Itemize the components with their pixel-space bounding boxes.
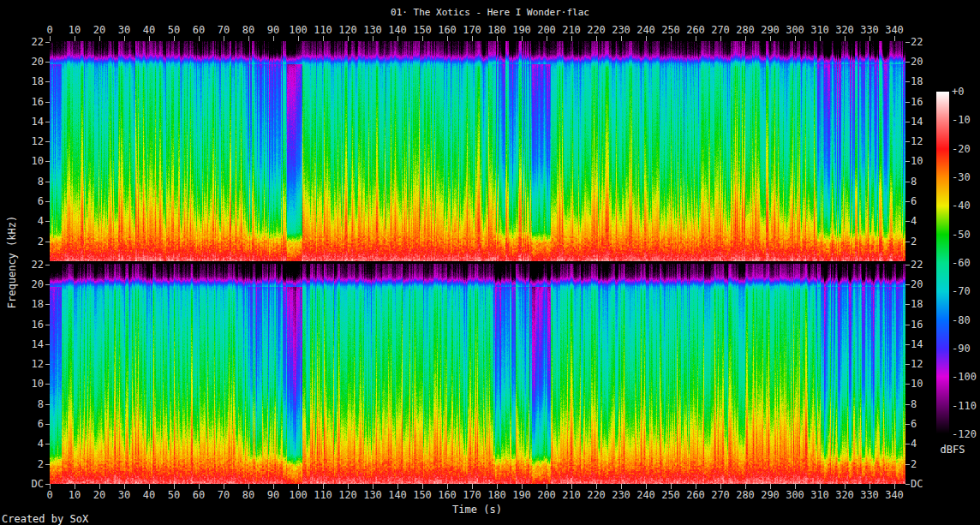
freq-tickmark-left — [45, 284, 50, 285]
time-tickmark-bottom — [894, 484, 895, 489]
freq-tick-label-right: 22 — [911, 37, 923, 47]
time-tick-label-bottom: 60 — [193, 490, 205, 500]
freq-tick-label-left: 2 — [18, 236, 44, 247]
time-tickmark-bottom — [646, 484, 647, 489]
colorbar-title: dBFS — [941, 444, 965, 456]
time-tickmark-bottom — [845, 484, 846, 489]
time-tickmark-bottom — [373, 484, 373, 489]
time-tick-label-bottom: 40 — [143, 490, 155, 500]
freq-tickmark-right — [905, 201, 910, 202]
time-tick-label-bottom: 180 — [487, 490, 506, 500]
freq-tick-label-left: 12 — [18, 359, 44, 369]
sox-spectrogram-window: 01· The Xotics - Here I Wonder·flac 0010… — [0, 0, 980, 525]
time-tick-label-bottom: 150 — [413, 490, 432, 500]
time-tick-label-top: 80 — [242, 25, 254, 35]
time-tickmark-top — [397, 36, 398, 41]
time-tickmark-top — [199, 36, 200, 41]
freq-tick-label-right: 6 — [911, 419, 917, 429]
time-tick-label-bottom: 250 — [661, 490, 680, 500]
freq-tick-label-left: 14 — [18, 339, 44, 349]
freq-tickmark-left — [45, 81, 50, 82]
time-tickmark-top — [869, 36, 870, 41]
time-tick-label-top: 200 — [537, 25, 556, 35]
time-tickmark-top — [50, 36, 51, 41]
freq-tick-label-right: 4 — [911, 216, 917, 226]
time-tickmark-bottom — [547, 484, 547, 489]
freq-tick-label-left: 4 — [18, 216, 44, 226]
time-tickmark-top — [671, 36, 672, 41]
time-tickmark-bottom — [820, 484, 821, 489]
time-tickmark-bottom — [497, 484, 498, 489]
time-tick-label-bottom: 200 — [537, 490, 556, 500]
time-tick-label-top: 150 — [413, 25, 432, 35]
time-tick-label-top: 290 — [761, 25, 780, 35]
time-tickmark-top — [646, 36, 647, 41]
freq-tickmark-left — [45, 304, 50, 305]
time-tick-label-top: 240 — [636, 25, 655, 35]
freq-tickmark-right — [905, 364, 910, 365]
time-tick-label-top: 70 — [218, 25, 230, 35]
time-tick-label-top: 190 — [512, 25, 531, 35]
time-axis-title: Time (s) — [452, 504, 502, 516]
freq-tickmark-right — [905, 141, 910, 142]
freq-tick-label-left: 18 — [18, 299, 44, 309]
freq-tick-label-right: 12 — [911, 359, 923, 369]
freq-tick-label-left: 8 — [18, 176, 44, 187]
time-tickmark-top — [770, 36, 771, 41]
time-tick-label-bottom: 170 — [463, 490, 481, 500]
time-tickmark-top — [720, 36, 721, 41]
freq-tickmark-right — [905, 304, 910, 305]
time-tick-label-bottom: 130 — [363, 490, 382, 500]
freq-tick-label-right: 4 — [911, 438, 917, 449]
colorbar-tick-label: -90 — [952, 343, 971, 354]
time-tickmark-bottom — [224, 484, 224, 489]
freq-tick-label-left: 20 — [18, 279, 44, 289]
time-tickmark-bottom — [348, 484, 349, 489]
time-tick-label-top: 90 — [267, 25, 279, 35]
time-tick-label-top: 100 — [289, 25, 308, 35]
time-tick-label-bottom: 0 — [46, 490, 52, 500]
time-tickmark-bottom — [174, 484, 175, 489]
freq-tickmark-right — [905, 344, 910, 345]
freq-tickmark-left — [45, 62, 50, 63]
freq-tick-label-right: 20 — [911, 279, 923, 289]
freq-tick-label-right: 8 — [911, 176, 917, 187]
time-tickmark-bottom — [571, 484, 572, 489]
time-tickmark-bottom — [447, 484, 448, 489]
freq-tickmark-right — [905, 284, 910, 285]
time-tickmark-bottom — [50, 484, 51, 489]
time-tick-label-top: 160 — [438, 25, 457, 35]
time-tick-label-top: 170 — [463, 25, 481, 35]
freq-tick-label-right: 14 — [911, 339, 923, 349]
freq-tickmark-left — [45, 464, 50, 465]
time-tickmark-bottom — [720, 484, 721, 489]
time-tick-label-bottom: 80 — [242, 490, 254, 500]
time-tick-label-top: 270 — [711, 25, 730, 35]
time-tickmark-top — [447, 36, 448, 41]
colorbar-gradient — [936, 92, 949, 434]
time-tick-label-top: 330 — [860, 25, 879, 35]
colorbar-tick-label: -30 — [952, 172, 971, 182]
time-tick-label-top: 50 — [168, 25, 180, 35]
freq-tick-label-right: 2 — [911, 236, 917, 247]
time-tick-label-top: 120 — [338, 25, 357, 35]
frequency-axis-title: Frequency (kHz) — [6, 216, 18, 308]
time-tickmark-top — [373, 36, 373, 41]
freq-tickmark-right — [905, 464, 910, 465]
time-tickmark-bottom — [124, 484, 125, 489]
spectrogram-left-channel — [50, 41, 905, 261]
freq-tick-label-dc-right: DC — [911, 479, 923, 489]
time-tick-label-bottom: 310 — [810, 490, 829, 500]
time-tickmark-bottom — [323, 484, 324, 489]
freq-tick-label-right: 16 — [911, 319, 923, 330]
time-tick-label-bottom: 10 — [69, 490, 81, 500]
time-tickmark-top — [75, 36, 75, 41]
freq-tickmark-left — [45, 404, 50, 405]
time-tickmark-bottom — [696, 484, 696, 489]
time-tick-label-top: 110 — [314, 25, 332, 35]
freq-tickmark-left — [45, 242, 50, 242]
time-tickmark-top — [845, 36, 846, 41]
time-tickmark-bottom — [472, 484, 473, 489]
freq-tick-label-right: 18 — [911, 299, 923, 309]
colorbar-tick-label: -110 — [952, 401, 977, 411]
